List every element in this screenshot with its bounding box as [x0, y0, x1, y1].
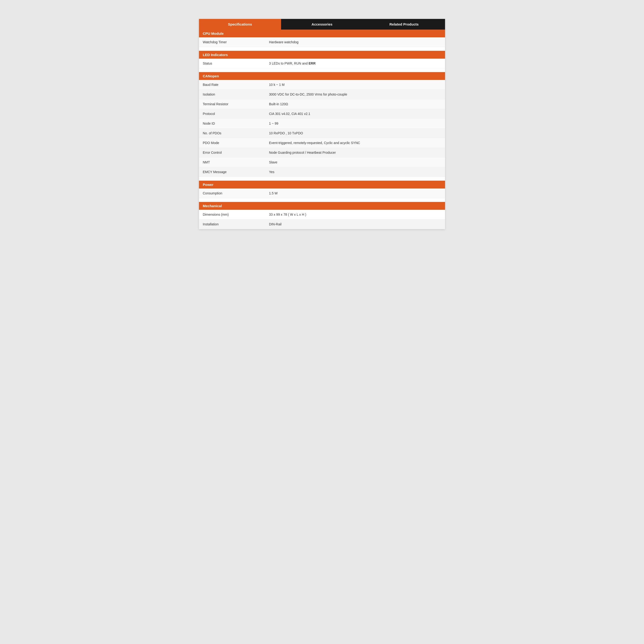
spec-label: Consumption — [199, 188, 265, 198]
spec-value: 1.5 W — [265, 188, 445, 198]
spec-label: No. of PDOs — [199, 128, 265, 138]
section-header-power: Power — [199, 181, 445, 188]
spec-value: Slave — [265, 158, 445, 167]
specs-content: CPU ModuleWatchdog TimerHardware watchdo… — [199, 30, 445, 229]
spec-row: Isolation3000 VDC for DC-to-DC, 2500 Vrm… — [199, 90, 445, 99]
spec-label: Error Control — [199, 148, 265, 157]
spec-value: Event-triggered, remotely-requested, Cyc… — [265, 138, 445, 148]
spec-value: 1 ~ 99 — [265, 119, 445, 128]
tab-bar: Specifications Accessories Related Produ… — [199, 19, 445, 30]
spec-row: Watchdog TimerHardware watchdog — [199, 37, 445, 47]
section-gap — [199, 198, 445, 202]
spec-label: Isolation — [199, 90, 265, 99]
spec-row: Consumption1.5 W — [199, 188, 445, 198]
spec-label: Baud Rate — [199, 80, 265, 89]
section-gap — [199, 47, 445, 51]
tab-related-products[interactable]: Related Products — [363, 19, 445, 30]
spec-label: Watchdog Timer — [199, 37, 265, 47]
spec-value: Node Guarding protocol / Heartbeat Produ… — [265, 148, 445, 157]
section-header-cpu-module: CPU Module — [199, 30, 445, 37]
spec-label: Node ID — [199, 119, 265, 128]
spec-label: NMT — [199, 158, 265, 167]
spec-row: NMTSlave — [199, 158, 445, 167]
section-gap — [199, 177, 445, 181]
spec-row: InstallationDIN-Rail — [199, 219, 445, 229]
section-header-led-indicators: LED Indicators — [199, 51, 445, 59]
spec-label: PDO Mode — [199, 138, 265, 148]
spec-label: Terminal Resistor — [199, 99, 265, 109]
spec-value: 33 x 99 x 78 ( W x L x H ) — [265, 210, 445, 219]
spec-label: EMCY Message — [199, 167, 265, 177]
spec-label: Status — [199, 59, 265, 68]
spec-row: Baud Rate10 k ~ 1 M — [199, 80, 445, 90]
spec-value: Built-in 120Ω — [265, 99, 445, 109]
spec-value: CiA 301 v4.02, CiA 401 v2.1 — [265, 109, 445, 118]
spec-row: ProtocolCiA 301 v4.02, CiA 401 v2.1 — [199, 109, 445, 119]
spec-label: Installation — [199, 219, 265, 229]
section-gap — [199, 68, 445, 72]
spec-value: 3 LEDs to PWR, RUN and ERR — [265, 59, 445, 68]
spec-value: Hardware watchdog — [265, 37, 445, 47]
spec-row: EMCY MessageYes — [199, 167, 445, 177]
section-header-mechanical: Mechanical — [199, 202, 445, 210]
spec-value: 3000 VDC for DC-to-DC, 2500 Vrms for pho… — [265, 90, 445, 99]
main-container: Specifications Accessories Related Produ… — [199, 19, 445, 229]
spec-row: Dimensions (mm)33 x 99 x 78 ( W x L x H … — [199, 210, 445, 219]
spec-row: Status3 LEDs to PWR, RUN and ERR — [199, 59, 445, 68]
spec-value: 10 RxPDO , 10 TxPDO — [265, 128, 445, 138]
tab-specifications[interactable]: Specifications — [199, 19, 281, 30]
spec-label: Protocol — [199, 109, 265, 118]
spec-row: No. of PDOs10 RxPDO , 10 TxPDO — [199, 128, 445, 138]
spec-label: Dimensions (mm) — [199, 210, 265, 219]
spec-row: PDO ModeEvent-triggered, remotely-reques… — [199, 138, 445, 148]
spec-row: Node ID1 ~ 99 — [199, 119, 445, 128]
spec-row: Error ControlNode Guarding protocol / He… — [199, 148, 445, 158]
spec-value: DIN-Rail — [265, 219, 445, 229]
spec-value: Yes — [265, 167, 445, 177]
spec-row: Terminal ResistorBuilt-in 120Ω — [199, 99, 445, 109]
spec-value: 10 k ~ 1 M — [265, 80, 445, 89]
tab-accessories[interactable]: Accessories — [281, 19, 363, 30]
section-header-canopen: CANopen — [199, 72, 445, 80]
